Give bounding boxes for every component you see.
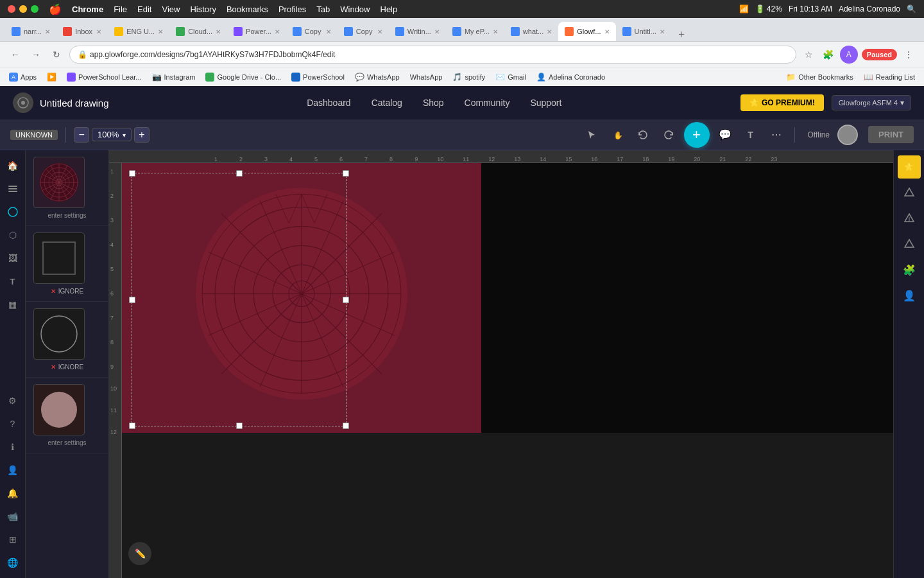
traffic-lights[interactable] xyxy=(8,5,38,13)
bookmark-whatsapp-label[interactable]: WhatsApp xyxy=(406,72,447,82)
menu-edit[interactable]: Edit xyxy=(137,4,151,14)
menu-tab[interactable]: Tab xyxy=(316,4,330,14)
profile-btn[interactable]: A xyxy=(840,46,858,64)
dock-help[interactable]: ? xyxy=(3,414,23,434)
dock-qr[interactable]: ▦ xyxy=(3,294,23,315)
redo-button[interactable] xyxy=(658,125,679,145)
tab-untitled[interactable]: Untitl... ✕ xyxy=(616,22,671,41)
right-panel-cut[interactable] xyxy=(898,207,921,230)
handle-tr[interactable] xyxy=(343,170,349,177)
reload-button[interactable]: ↻ xyxy=(49,47,64,62)
handle-ml[interactable] xyxy=(129,297,135,303)
print-button[interactable]: PRINT xyxy=(868,126,914,143)
premium-button[interactable]: ⭐ GO PREMIUM! xyxy=(740,94,824,111)
fullscreen-button[interactable] xyxy=(31,5,38,13)
bookmark-youtube[interactable]: ▶️ xyxy=(43,71,60,83)
tab-copy1[interactable]: Copy ✕ xyxy=(286,22,338,41)
bookmark-reading[interactable]: 📖 Reading List xyxy=(860,71,919,83)
bookmark-adelina[interactable]: 👤 Adelina Coronado xyxy=(533,71,609,83)
zoom-display[interactable]: 100% ▾ xyxy=(92,128,132,141)
dock-layers[interactable] xyxy=(3,179,23,199)
right-panel-puzzle[interactable]: 🧩 xyxy=(898,258,921,281)
tab-writing[interactable]: Writin... ✕ xyxy=(389,22,446,41)
bookmark-other[interactable]: 📁 Other Bookmarks xyxy=(782,71,857,83)
menu-file[interactable]: File xyxy=(114,4,127,14)
nav-catalog[interactable]: Catalog xyxy=(372,98,402,108)
apple-menu[interactable]: 🍎 xyxy=(49,3,62,15)
tab-inbox[interactable]: Inbox ✕ xyxy=(56,22,108,41)
menu-bookmarks[interactable]: Bookmarks xyxy=(227,4,268,14)
extensions-btn[interactable]: 🧩 xyxy=(821,47,836,62)
handle-br[interactable] xyxy=(343,423,349,429)
select-tool[interactable] xyxy=(581,125,602,145)
nav-dashboard[interactable]: Dashboard xyxy=(307,98,351,108)
tab-glowforge[interactable]: Glowf... ✕ xyxy=(558,22,615,41)
paused-badge[interactable]: Paused xyxy=(862,49,897,60)
comment-tool[interactable]: 💬 xyxy=(715,125,735,145)
menu-help[interactable]: Help xyxy=(381,4,398,14)
canvas-area[interactable]: 1 2 3 4 5 6 7 8 9 10 11 12 13 14 15 16 1… xyxy=(109,150,893,578)
back-button[interactable]: ← xyxy=(8,47,23,62)
handle-tl[interactable] xyxy=(129,170,135,177)
pan-tool[interactable]: ✋ xyxy=(607,125,628,145)
zoom-out-button[interactable]: − xyxy=(74,127,89,143)
menu-chrome[interactable]: Chrome xyxy=(72,4,103,14)
dock-designs[interactable] xyxy=(3,202,23,222)
dock-shapes[interactable]: ⬡ xyxy=(3,225,23,245)
dock-home[interactable]: 🏠 xyxy=(3,155,23,176)
menu-history[interactable]: History xyxy=(190,4,216,14)
search-icon[interactable]: 🔍 xyxy=(907,4,916,13)
handle-bc[interactable] xyxy=(236,423,243,429)
bookmark-powerschool-learn[interactable]: PowerSchool Lear... xyxy=(63,71,145,83)
dock-social[interactable]: 🌐 xyxy=(3,552,23,573)
layer-preview-2[interactable] xyxy=(33,232,85,284)
tab-copy2[interactable]: Copy ✕ xyxy=(338,22,389,41)
dock-images[interactable]: 🖼 xyxy=(3,248,23,268)
text-tool[interactable]: T xyxy=(740,125,761,145)
close-button[interactable] xyxy=(8,5,15,13)
right-panel-premium[interactable]: ⭐ xyxy=(898,155,921,179)
canvas-workspace[interactable] xyxy=(122,163,893,578)
right-panel-person[interactable]: 👤 xyxy=(898,284,921,307)
nav-community[interactable]: Community xyxy=(465,98,510,108)
bookmark-apps[interactable]: A Apps xyxy=(5,71,40,83)
bookmark-instagram[interactable]: 📷 Instagram xyxy=(148,71,200,83)
menu-view[interactable]: View xyxy=(162,4,180,14)
tab-power[interactable]: Power... ✕ xyxy=(227,22,286,41)
bookmark-whatsapp[interactable]: 💬 WhatsApp xyxy=(351,71,404,83)
layer-preview-1[interactable] xyxy=(33,157,85,208)
handle-bl[interactable] xyxy=(129,423,135,429)
edit-pencil-button[interactable]: ✏️ xyxy=(128,542,151,565)
bookmark-spotify[interactable]: 🎵 spotify xyxy=(449,71,489,83)
minimize-button[interactable] xyxy=(19,5,27,13)
bookmark-powerschool[interactable]: PowerSchool xyxy=(287,71,348,83)
forward-button[interactable]: → xyxy=(28,47,44,62)
tab-what[interactable]: what... ✕ xyxy=(504,22,558,41)
menu-window[interactable]: Window xyxy=(340,4,370,14)
dock-apps[interactable]: ⊞ xyxy=(3,529,23,550)
right-panel-engrave[interactable] xyxy=(898,181,921,204)
tab-close-narr[interactable]: ✕ xyxy=(45,28,50,35)
more-tools[interactable]: ⋯ xyxy=(766,125,787,145)
new-tab-button[interactable]: ＋ xyxy=(671,28,692,41)
dock-user[interactable]: 👤 xyxy=(3,460,23,480)
bookmark-gmail[interactable]: ✉️ Gmail xyxy=(492,71,530,83)
zoom-in-button[interactable]: + xyxy=(134,127,150,143)
handle-tc[interactable] xyxy=(236,170,243,177)
chrome-menu-btn[interactable]: ⋮ xyxy=(901,47,916,62)
dock-settings[interactable]: ⚙ xyxy=(3,390,23,411)
tab-eng[interactable]: ENG U... ✕ xyxy=(108,22,169,41)
machine-selector[interactable]: Glowforge ASFM 4 ▾ xyxy=(832,95,911,110)
layer-preview-3[interactable] xyxy=(33,308,85,360)
nav-support[interactable]: Support xyxy=(530,98,561,108)
undo-button[interactable] xyxy=(633,125,653,145)
tab-myep[interactable]: My eP... ✕ xyxy=(446,22,504,41)
dock-notification[interactable]: 🔔 xyxy=(3,483,23,504)
layer-preview-4[interactable] xyxy=(33,384,85,435)
layer-1-settings[interactable]: enter settings xyxy=(33,212,101,219)
tab-narr[interactable]: narr... ✕ xyxy=(5,22,56,41)
layer-4-settings[interactable]: enter settings xyxy=(33,439,101,446)
bookmark-google-drive[interactable]: Google Drive - Clo... xyxy=(201,71,285,83)
bookmark-star[interactable]: ☆ xyxy=(801,47,817,62)
dock-info[interactable]: ℹ xyxy=(3,437,23,457)
